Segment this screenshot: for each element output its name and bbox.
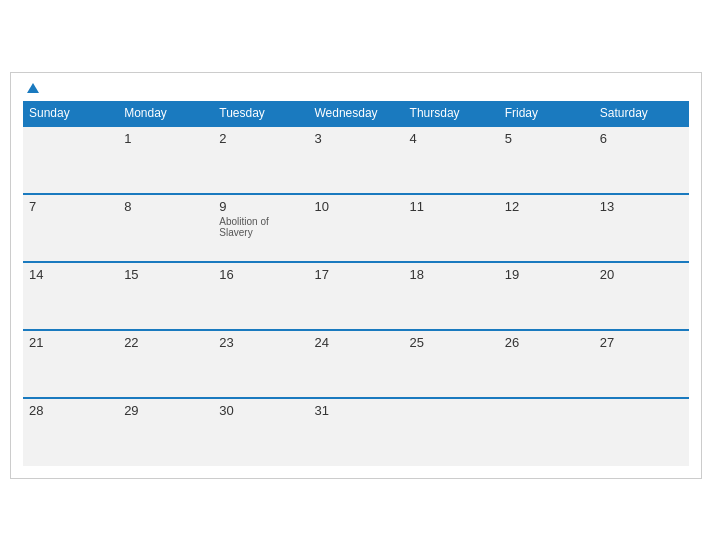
calendar-cell: [404, 398, 499, 466]
calendar-weekday-header: SundayMondayTuesdayWednesdayThursdayFrid…: [23, 101, 689, 126]
calendar-cell: 6: [594, 126, 689, 194]
day-number: 15: [124, 267, 207, 282]
day-number: 26: [505, 335, 588, 350]
day-number: 2: [219, 131, 302, 146]
calendar-cell: 3: [308, 126, 403, 194]
day-number: 6: [600, 131, 683, 146]
logo: [23, 83, 39, 93]
day-number: 18: [410, 267, 493, 282]
calendar-cell: 4: [404, 126, 499, 194]
week-row-3: 21222324252627: [23, 330, 689, 398]
calendar-cell: 31: [308, 398, 403, 466]
calendar-cell: 13: [594, 194, 689, 262]
calendar-cell: 30: [213, 398, 308, 466]
day-number: 31: [314, 403, 397, 418]
calendar-cell: 27: [594, 330, 689, 398]
calendar-cell: 29: [118, 398, 213, 466]
day-number: 24: [314, 335, 397, 350]
logo-blue-text: [23, 83, 39, 93]
calendar-cell: 23: [213, 330, 308, 398]
day-number: 1: [124, 131, 207, 146]
week-row-1: 789Abolition of Slavery10111213: [23, 194, 689, 262]
calendar-cell: 15: [118, 262, 213, 330]
calendar-cell: 1: [118, 126, 213, 194]
day-number: 13: [600, 199, 683, 214]
calendar-cell: 7: [23, 194, 118, 262]
day-number: 3: [314, 131, 397, 146]
calendar-cell: 24: [308, 330, 403, 398]
calendar-cell: [594, 398, 689, 466]
day-number: 23: [219, 335, 302, 350]
weekday-header-thursday: Thursday: [404, 101, 499, 126]
calendar-grid: SundayMondayTuesdayWednesdayThursdayFrid…: [23, 101, 689, 466]
calendar-cell: 14: [23, 262, 118, 330]
week-row-2: 14151617181920: [23, 262, 689, 330]
day-number: 11: [410, 199, 493, 214]
day-number: 10: [314, 199, 397, 214]
calendar-cell: [499, 398, 594, 466]
event-text: Abolition of Slavery: [219, 216, 302, 238]
weekday-header-wednesday: Wednesday: [308, 101, 403, 126]
day-number: 27: [600, 335, 683, 350]
calendar-cell: 5: [499, 126, 594, 194]
weekday-header-sunday: Sunday: [23, 101, 118, 126]
calendar-cell: 22: [118, 330, 213, 398]
calendar-cell: 28: [23, 398, 118, 466]
day-number: 7: [29, 199, 112, 214]
weekday-row: SundayMondayTuesdayWednesdayThursdayFrid…: [23, 101, 689, 126]
calendar-cell: 19: [499, 262, 594, 330]
calendar-cell: 2: [213, 126, 308, 194]
day-number: 9: [219, 199, 302, 214]
day-number: 29: [124, 403, 207, 418]
weekday-header-friday: Friday: [499, 101, 594, 126]
day-number: 12: [505, 199, 588, 214]
calendar-cell: 20: [594, 262, 689, 330]
day-number: 21: [29, 335, 112, 350]
calendar-cell: 18: [404, 262, 499, 330]
day-number: 20: [600, 267, 683, 282]
calendar-cell: 11: [404, 194, 499, 262]
calendar-cell: 16: [213, 262, 308, 330]
weekday-header-saturday: Saturday: [594, 101, 689, 126]
calendar-container: SundayMondayTuesdayWednesdayThursdayFrid…: [10, 72, 702, 479]
week-row-0: 123456: [23, 126, 689, 194]
calendar-header: [23, 83, 689, 93]
calendar-cell: 9Abolition of Slavery: [213, 194, 308, 262]
day-number: 4: [410, 131, 493, 146]
day-number: 30: [219, 403, 302, 418]
day-number: 5: [505, 131, 588, 146]
day-number: 8: [124, 199, 207, 214]
calendar-cell: 10: [308, 194, 403, 262]
week-row-4: 28293031: [23, 398, 689, 466]
calendar-cell: 25: [404, 330, 499, 398]
weekday-header-tuesday: Tuesday: [213, 101, 308, 126]
day-number: 25: [410, 335, 493, 350]
calendar-cell: 8: [118, 194, 213, 262]
calendar-cell: 21: [23, 330, 118, 398]
weekday-header-monday: Monday: [118, 101, 213, 126]
day-number: 16: [219, 267, 302, 282]
logo-triangle-icon: [27, 83, 39, 93]
calendar-cell: 12: [499, 194, 594, 262]
day-number: 19: [505, 267, 588, 282]
day-number: 22: [124, 335, 207, 350]
day-number: 17: [314, 267, 397, 282]
calendar-cell: 17: [308, 262, 403, 330]
calendar-body: 123456789Abolition of Slavery10111213141…: [23, 126, 689, 466]
day-number: 14: [29, 267, 112, 282]
calendar-cell: [23, 126, 118, 194]
calendar-cell: 26: [499, 330, 594, 398]
day-number: 28: [29, 403, 112, 418]
